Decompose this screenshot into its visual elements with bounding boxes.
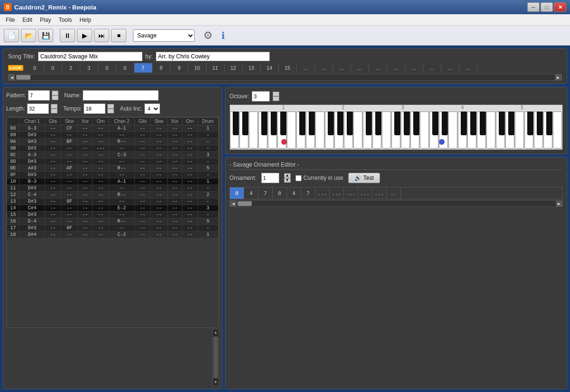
timeline-cell-7[interactable]: 8 bbox=[152, 63, 171, 73]
scroll-left-arrow[interactable]: ◀ bbox=[9, 74, 15, 81]
timeline-cell-5[interactable]: 0 bbox=[116, 63, 134, 73]
black-key[interactable] bbox=[328, 112, 334, 135]
timeline-cell-11[interactable]: 12 bbox=[225, 63, 243, 73]
table-row[interactable]: 18D#4--------C-2--------1 bbox=[7, 232, 218, 238]
table-row[interactable]: 16D-4--------R----------5 bbox=[7, 218, 218, 225]
table-row[interactable]: 15D#3------------------- bbox=[7, 212, 218, 218]
vscroll-thumb[interactable] bbox=[213, 336, 218, 378]
ornament-scrollbar[interactable]: ◀ ▶ bbox=[229, 200, 563, 207]
black-key[interactable] bbox=[404, 112, 410, 135]
black-key[interactable] bbox=[280, 112, 286, 135]
white-key[interactable] bbox=[249, 112, 258, 149]
orn-cell-5[interactable]: 7 bbox=[301, 187, 315, 199]
timeline-cell-9[interactable]: 10 bbox=[189, 63, 207, 73]
ornament-spinner[interactable]: ▲ ▼ bbox=[284, 173, 291, 183]
length-down[interactable]: ▼ bbox=[51, 109, 57, 113]
song-title-input[interactable] bbox=[38, 52, 142, 61]
vscroll-down[interactable]: ▼ bbox=[213, 379, 218, 385]
orn-cell-11[interactable]: .. bbox=[387, 187, 401, 199]
black-key[interactable] bbox=[508, 112, 514, 135]
timeline-cell-16[interactable]: ... bbox=[315, 63, 333, 73]
timeline-cell-0[interactable]: 0 bbox=[26, 63, 44, 73]
menu-tools[interactable]: Tools bbox=[55, 16, 76, 24]
orn-scrollbar-thumb[interactable] bbox=[238, 201, 252, 206]
black-key[interactable] bbox=[299, 112, 305, 135]
pattern-up[interactable]: ▲ bbox=[52, 91, 58, 95]
table-row[interactable]: 0AG#3--BF----R----------- bbox=[7, 139, 218, 145]
tempo-up[interactable]: ▲ bbox=[107, 104, 114, 109]
timeline-cell-17[interactable]: ... bbox=[333, 63, 351, 73]
orn-cell-2[interactable]: 7 bbox=[258, 187, 273, 199]
table-row[interactable]: 12C-4--------R----------2 bbox=[7, 192, 218, 198]
black-key[interactable] bbox=[233, 112, 239, 135]
black-key[interactable] bbox=[537, 112, 543, 135]
ornament-input[interactable] bbox=[261, 173, 279, 183]
timeline-cell-12[interactable]: 13 bbox=[243, 63, 261, 73]
black-key[interactable] bbox=[461, 112, 467, 135]
orn-cell-3[interactable]: 0 bbox=[273, 187, 287, 199]
white-key[interactable] bbox=[353, 112, 362, 149]
black-key[interactable] bbox=[337, 112, 343, 135]
white-key[interactable] bbox=[515, 112, 524, 149]
new-button[interactable]: 📄 bbox=[4, 29, 19, 42]
black-key[interactable] bbox=[366, 112, 372, 135]
orn-cell-0[interactable]: 0 bbox=[230, 187, 244, 199]
timeline-cell-18[interactable]: ... bbox=[351, 63, 369, 73]
black-key[interactable] bbox=[442, 112, 448, 135]
timeline-cell-22[interactable]: ... bbox=[423, 63, 441, 73]
orn-cell-7[interactable]: ... bbox=[330, 187, 344, 199]
table-row[interactable]: 10B-3--------A-1--------1 bbox=[7, 178, 218, 185]
octave-down[interactable]: ▼ bbox=[273, 96, 279, 101]
timeline-cell-2[interactable]: 2 bbox=[62, 63, 80, 73]
length-input[interactable] bbox=[27, 103, 49, 114]
table-row[interactable]: 13D#3--9F--------------- bbox=[7, 198, 218, 205]
timeline-cell-23[interactable]: ... bbox=[441, 63, 459, 73]
table-row[interactable]: 08G-3--CF----A-1--------1 bbox=[7, 125, 218, 132]
white-key[interactable] bbox=[448, 112, 457, 149]
currently-use-checkbox[interactable] bbox=[295, 175, 302, 181]
name-input[interactable] bbox=[83, 90, 159, 101]
settings-button[interactable]: ⚙ bbox=[201, 29, 215, 42]
menu-help[interactable]: Help bbox=[76, 16, 95, 24]
orn-scroll-left[interactable]: ◀ bbox=[230, 200, 237, 207]
vscroll-up[interactable]: ▲ bbox=[213, 329, 218, 336]
timeline-cell-15[interactable]: ... bbox=[297, 63, 315, 73]
white-key[interactable] bbox=[420, 112, 429, 149]
black-key[interactable] bbox=[546, 112, 552, 135]
timeline-cell-3[interactable]: 3 bbox=[80, 63, 98, 73]
pattern-spinner[interactable]: ▲ ▼ bbox=[52, 91, 58, 100]
orn-cell-9[interactable]: ... bbox=[358, 187, 372, 199]
white-key[interactable] bbox=[287, 112, 296, 149]
timeline-cell-6[interactable]: 7 bbox=[134, 63, 152, 73]
black-key[interactable] bbox=[242, 112, 248, 135]
table-row[interactable]: 11D#3------------------- bbox=[7, 185, 218, 192]
maximize-button[interactable]: □ bbox=[541, 2, 553, 12]
white-key[interactable] bbox=[315, 112, 324, 149]
black-key[interactable] bbox=[394, 112, 400, 135]
minimize-button[interactable]: ─ bbox=[527, 2, 540, 12]
timeline-scrollbar[interactable]: ◀ ▶ bbox=[8, 74, 562, 81]
close-button[interactable]: ✕ bbox=[554, 2, 566, 12]
scroll-right-arrow[interactable]: ▶ bbox=[555, 74, 561, 81]
save-button[interactable]: 💾 bbox=[38, 29, 53, 42]
tempo-input[interactable] bbox=[84, 103, 105, 114]
timeline-cell-21[interactable]: ... bbox=[405, 63, 423, 73]
open-button[interactable]: 📂 bbox=[21, 29, 36, 42]
timeline-cell-19[interactable]: ... bbox=[369, 63, 387, 73]
timeline-cell-20[interactable]: ... bbox=[387, 63, 405, 73]
black-key[interactable] bbox=[480, 112, 486, 135]
play-from-button[interactable]: ⏭ bbox=[94, 29, 109, 42]
black-key[interactable] bbox=[271, 112, 277, 135]
table-row[interactable]: 0CA-3--------C-3--------3 bbox=[7, 152, 218, 159]
autoinc-select[interactable]: 4 1 2 8 bbox=[144, 103, 160, 114]
song-select[interactable]: Savage bbox=[133, 29, 195, 42]
song-by-input[interactable] bbox=[156, 52, 270, 61]
white-key[interactable] bbox=[486, 112, 495, 149]
timeline-cell-1[interactable]: 0 bbox=[44, 63, 62, 73]
orn-cell-4[interactable]: 4 bbox=[287, 187, 301, 199]
orn-cell-6[interactable]: ... bbox=[315, 187, 330, 199]
menu-edit[interactable]: Edit bbox=[19, 16, 36, 24]
white-key[interactable] bbox=[553, 112, 562, 149]
length-spinner[interactable]: ▲ ▼ bbox=[51, 104, 57, 113]
table-row[interactable]: 14C#4--------E-2--------3 bbox=[7, 205, 218, 212]
